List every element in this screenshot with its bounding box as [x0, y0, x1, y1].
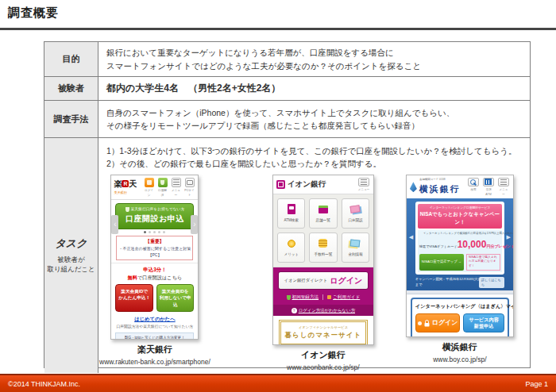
rakuten-nav: ログイン 口座開設 メニュー	[143, 178, 195, 198]
aeon-header: イオン銀行 メニュー	[273, 175, 373, 194]
aeon-tile-grid: ATM検索 店舗一覧 口座開設 メリット	[273, 194, 373, 267]
login-icon	[145, 178, 154, 187]
account-icon	[158, 178, 168, 187]
shield-icon	[125, 207, 129, 212]
task-header-sub1: 被験者が	[57, 255, 84, 264]
task-instructions: 1）1-3分ほどかけて、以下3つの銀行のサイトを見て、この銀行で口座を開設したい…	[98, 138, 530, 171]
rakuten-apply-lead: 申込3分！ 無料で口座開設はこちら	[111, 263, 198, 282]
guide-icon	[327, 295, 331, 299]
nisa-button: NISA口座で資産アップ→	[419, 254, 464, 271]
rakuten-screenshot: 楽R天 楽天銀行 ログイン 口座開設	[110, 175, 199, 340]
task-line1: 1）1-3分ほどかけて、以下3つの銀行のサイトを見て、この銀行で口座を開設したい…	[106, 144, 523, 157]
prize-line: 抽選でVISAギフトカード10,000円分プレゼント	[419, 237, 500, 252]
bulb-icon	[288, 240, 295, 248]
branch-atm-icon	[485, 179, 492, 185]
yokohama-campaign-carousel: ◀ ▶ インターネットバンキング口座開設サービス NISAでもっとおトクなキャン…	[407, 198, 513, 290]
rate-cards-icon	[350, 239, 361, 247]
rakuten-nav-login: ログイン	[143, 178, 155, 198]
aeon-caption: イオン銀行	[301, 348, 346, 362]
rakuten-member-apply-button: 楽天会員IDで かんたん申込！	[115, 284, 153, 312]
coins-icon	[319, 239, 327, 248]
yokohama-search-button: 検索	[467, 178, 480, 197]
rakuten-nav-menu: メニュー	[170, 178, 182, 198]
method-line1: 自身のスマートフォン（iPhone）を使って、スマホサイト上でタスクに取り組んで…	[106, 106, 522, 119]
rakuten-caption: 楽天銀行	[137, 343, 172, 356]
rakuten-security-notice: 【重要】 ・不正送金の被害に関するご注意と対策【PC】	[116, 236, 193, 260]
tile-merit: メリット	[277, 233, 305, 263]
page-number: Page 1	[525, 380, 548, 388]
first-registration-link: 初回登録方法	[287, 294, 319, 301]
branch-icon	[319, 206, 328, 213]
rakuten-url: www.rakuten-bank.co.jp/smartphone/	[99, 357, 210, 367]
yokohama-logo: 金融機関コード 0138 横浜銀行	[410, 178, 461, 197]
rakuten-lottery-info: BIG・totoと宝くじの購入方法変更！ 以下のボタンからご購入できます。	[115, 332, 194, 339]
survey-overview-table: 目的 銀行において重要なターゲットになりうる若年層が、口座開設をする場合に スマ…	[44, 41, 531, 368]
rakuten-nav-open-account: 口座開設	[156, 178, 168, 198]
rakuten-column: 楽R天 楽天銀行 ログイン 口座開設	[99, 175, 210, 367]
money-site-banner: イオンフィナンシャルサービス 暮らしのマネーサイト	[279, 320, 368, 344]
rakuten-apply-buttons: 楽天会員IDで かんたん申込！ 楽天会員IDを 利用しないで申込	[115, 284, 194, 312]
rakuten-nav-pcsite: PCサイト	[183, 178, 195, 198]
rakuten-cta-label: 口座開設お申込	[118, 213, 191, 225]
aeon-menu-button: メニュー	[357, 178, 370, 192]
aeon-logo-icon	[276, 180, 285, 189]
page-title: 調査概要	[8, 6, 59, 21]
rakuten-logo-tagline: 楽天銀行	[114, 190, 137, 196]
question-icon: ？	[292, 308, 297, 313]
purpose-line1: 銀行において重要なターゲットになりうる若年層が、口座開設をする場合に	[106, 46, 522, 59]
tile-branch-list: 店舗一覧	[309, 198, 337, 229]
menu-icon	[172, 178, 181, 187]
task-line2: 2）その後、どの銀行で最も口座を開設したいと思ったか？を質問する。	[106, 157, 523, 170]
aeon-screenshot: イオン銀行 メニュー ATM検索	[272, 175, 374, 345]
bank-code: 金融機関コード 0138	[419, 179, 457, 183]
menu-icon	[500, 179, 507, 185]
title-divider	[0, 28, 556, 30]
rakuten-header: 楽R天 楽天銀行 ログイン 口座開設	[111, 175, 198, 200]
row-header-method: 調査手法	[44, 101, 98, 138]
aeon-money-site: イオンフィナンシャルサービス 暮らしのマネーサイト	[273, 316, 373, 344]
rakuten-logo: 楽R天 楽天銀行	[114, 178, 137, 198]
aeon-logo: イオン銀行	[276, 179, 326, 190]
task-cell: 1）1-3分ほどかけて、以下3つの銀行のサイトを見て、この銀行で口座を開設したい…	[98, 138, 530, 373]
slide-footer: ©2014 THINKJAM.Inc. Page 1	[0, 374, 556, 392]
account-cards-icon	[350, 205, 361, 213]
yokohama-screenshot: 金融機関コード 0138 横浜銀行 検索 店舗ATM	[406, 175, 514, 337]
aeon-login-help-link: ？ログイン方法がわからない方	[273, 305, 373, 316]
arrow-icon: →	[458, 259, 461, 265]
yokohama-menu-button: メニュー	[497, 178, 510, 197]
carousel-prev-icon: ‹	[111, 215, 118, 234]
yokohama-branch-atm-button: 店舗ATM	[482, 178, 495, 197]
yokohama-logo-icon	[410, 182, 417, 192]
carousel-prev-icon: ◀	[409, 233, 413, 242]
notice-title: 【重要】	[118, 238, 191, 245]
task-header-sub2: 取り組んだこと	[47, 264, 95, 274]
tile-fees: 手数料一覧	[309, 233, 337, 263]
aeon-band-links: 初回登録方法 ご利用ガイド	[278, 294, 369, 301]
menu-icon	[358, 178, 369, 186]
purpose-line2: スマートフォンサイトではどのような工夫が必要なのか？そのポイントを探ること	[106, 60, 522, 72]
rakuten-open-account-banner: 楽天銀行口座をお持ちでない方 口座開設お申込	[115, 203, 194, 229]
yokohama-caption: 横浜銀行	[442, 340, 477, 354]
aeon-url: www.aeonbank.co.jp/sp/	[287, 363, 360, 373]
subjects-cell: 都内の大学生4名 （男性2名+女性2名）	[98, 77, 530, 101]
row-header-task: タスク 被験者が 取り組んだこと	[44, 138, 98, 373]
bank-screenshots-row: 楽R天 楽天銀行 ログイン 口座開設	[98, 175, 530, 373]
lock-icon	[424, 320, 430, 327]
rakuten-nonmember-apply-button: 楽天会員IDを 利用しないで申込	[156, 284, 195, 312]
tile-interest-info: 金利情報	[342, 233, 369, 263]
row-header-subjects: 被験者	[44, 77, 98, 101]
tile-atm-search: ATM検索	[277, 198, 305, 229]
yokohama-header: 金融機関コード 0138 横浜銀行 検索 店舗ATM	[407, 175, 513, 198]
yokohama-direct-panel: インターネットバンキング〈はまぎん〉マイダイレクト ログイン サービス内容 新規…	[411, 298, 509, 336]
tile-open-account: 口座開設	[342, 198, 369, 229]
pc-site-icon	[185, 178, 195, 187]
balance-inquiry-link: 今すぐ残高照会 （Web照会サービス）	[415, 336, 504, 336]
campaign-detail-button: 詳しくはこちら	[479, 277, 504, 288]
method-line2: その様子をリモートツールアプリで録画（感じたことも都度発言してもらい録音）	[106, 119, 522, 132]
aeon-direct-band: イオン銀行ダイレクト ログイン 初回登録方法 ご利用ガイド	[273, 267, 373, 305]
yokohama-column: 金融機関コード 0138 横浜銀行 検索 店舗ATM	[406, 175, 514, 365]
first-time-link: はじめてのかたへ	[111, 315, 198, 323]
campaign-period: キャンペーン期間：平成26年12月30日(火)まで	[415, 277, 479, 287]
rakuten-first-time: はじめてのかたへ 口座開設方法や楽天銀行について知りたい方	[111, 315, 198, 329]
carousel-dots	[111, 231, 198, 233]
